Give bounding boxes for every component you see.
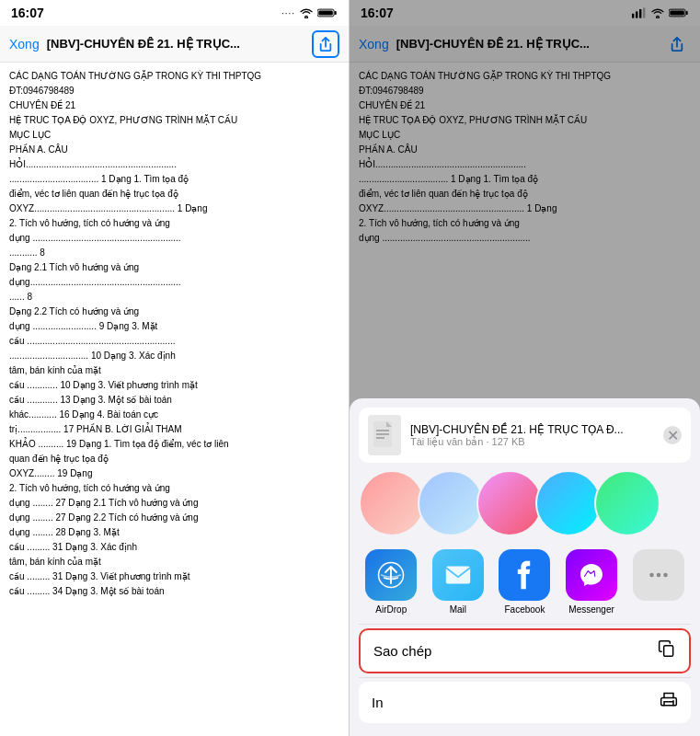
doc-line: HỆ TRUC TỌA ĐỘ OXYZ, PHƯƠNG TRÌNH MẶT CẦ…	[9, 114, 339, 127]
copy-action-row[interactable]: Sao chép	[359, 628, 691, 673]
doc-line: trị................. 17 PHẦN B. LỜI GIẢI…	[9, 423, 339, 436]
doc-line: dụng ........ 28 Dạng 3. Mặt	[9, 526, 339, 539]
doc-line: khác........... 16 Dạng 4. Bài toán cực	[9, 408, 339, 421]
doc-line: dụng ........ 27 Dạng 2.1 Tích vô hướng …	[9, 497, 339, 510]
doc-line: điểm, véc tơ liên quan đến hệ trục tọa đ…	[9, 188, 339, 201]
left-nav-bar: Xong [NBV]-CHUYÊN ĐỀ 21. HỆ TRỤC...	[0, 26, 349, 63]
avatar-1[interactable]	[359, 470, 425, 536]
airdrop-label: AirDrop	[375, 604, 407, 615]
doc-line: MỤC LỤC	[9, 129, 339, 142]
print-icon	[660, 691, 678, 714]
doc-line: dụng ........ 27 Dạng 2.2 Tích có hướng …	[9, 512, 339, 524]
doc-line: ........... 8	[9, 247, 339, 259]
share-sheet: [NBV]-CHUYÊN ĐỀ 21. HỆ TRỤC TỌA Đ... Tài…	[350, 398, 700, 736]
facebook-item[interactable]: Facebook	[492, 549, 557, 615]
doc-line: OXYZ........ 19 Dạng	[9, 467, 339, 480]
doc-line: OXYZ....................................…	[9, 202, 339, 215]
battery-icon	[317, 7, 338, 18]
left-panel: 16:07 ···· Xong [NBV]-CHUYÊN ĐỀ 21. HỆ T…	[0, 0, 350, 736]
doc-line: dụng ......................... 9 Dạng 3.…	[9, 320, 339, 333]
doc-line: CÁC DẠNG TOÁN THƯỜNG GẶP TRONG KỲ THI TH…	[9, 70, 339, 83]
left-status-bar: 16:07 ····	[0, 0, 349, 26]
avatar-4[interactable]	[535, 470, 602, 536]
file-info-bar: [NBV]-CHUYÊN ĐỀ 21. HỆ TRỤC TỌA Đ... Tài…	[359, 408, 691, 463]
copy-icon	[658, 639, 676, 662]
doc-line: ................................... 1 Dạ…	[9, 173, 339, 186]
doc-line: cầu ............ 13 Dạng 3. Một số bài t…	[9, 394, 339, 407]
messenger-label: Messenger	[568, 604, 614, 615]
doc-line: Dạng 2.1 Tích vô hướng và ứng	[9, 261, 339, 274]
svg-rect-1	[335, 11, 337, 15]
doc-line: cầu ......... 31 Dạng 3. Viết phương trì…	[9, 570, 339, 583]
avatar-3[interactable]	[476, 470, 543, 536]
left-nav-title: [NBV]-CHUYÊN ĐỀ 21. HỆ TRỤC...	[47, 37, 312, 51]
airdrop-item[interactable]: AirDrop	[359, 549, 424, 615]
left-back-button[interactable]: Xong	[9, 37, 40, 52]
svg-rect-19	[664, 646, 673, 657]
svg-point-18	[663, 573, 668, 578]
messenger-icon	[566, 549, 617, 601]
doc-line: cầu ....................................…	[9, 335, 339, 348]
right-panel: 16:07 Xong [NBV]-CHUYÊN ĐỀ 21. HỆ TRỤC..…	[350, 0, 700, 736]
avatar-row	[350, 463, 700, 544]
doc-line: cầu ............ 10 Dạng 3. Viết phương …	[9, 379, 339, 392]
doc-line: ĐT:0946798489	[9, 85, 339, 98]
avatar-5[interactable]	[594, 470, 660, 536]
svg-rect-2	[318, 10, 333, 15]
more-item[interactable]	[625, 549, 691, 615]
doc-line: PHẦN A. CÂU	[9, 144, 339, 156]
print-action-label: In	[372, 695, 384, 710]
airdrop-icon	[365, 549, 417, 601]
doc-line: HỎI.....................................…	[9, 158, 339, 171]
svg-point-21	[672, 700, 674, 702]
svg-rect-15	[446, 566, 470, 583]
doc-line: tâm, bán kính của mặt	[9, 364, 339, 377]
svg-point-16	[649, 573, 654, 578]
left-time: 16:07	[11, 6, 44, 20]
doc-line: dụng ...................................…	[9, 232, 339, 245]
doc-line: KHẢO .......... 19 Dạng 1. Tìm tọa độ đi…	[9, 438, 339, 451]
copy-action-label: Sao chép	[373, 643, 431, 659]
sheet-divider-2	[359, 677, 691, 678]
left-status-icons: ····	[281, 7, 338, 18]
messenger-item[interactable]: Messenger	[559, 549, 625, 615]
left-share-button[interactable]	[312, 30, 339, 58]
facebook-label: Facebook	[505, 604, 545, 615]
avatar-2[interactable]	[418, 470, 484, 536]
sheet-divider-1	[359, 624, 691, 625]
doc-line: 2. Tích vô hướng, tích có hướng và ứng	[9, 217, 339, 230]
print-action-row[interactable]: In	[359, 682, 691, 723]
more-icon	[633, 549, 684, 601]
file-close-button[interactable]: ✕	[663, 426, 682, 444]
app-icons-row: AirDrop Mail Facebook	[350, 544, 700, 620]
mail-label: Mail	[450, 604, 466, 615]
doc-line: cầu ......... 34 Dạng 3. Một số bài toán	[9, 585, 339, 598]
mail-item[interactable]: Mail	[426, 549, 491, 615]
doc-line: dụng....................................…	[9, 276, 339, 289]
doc-line: ............................... 10 Dạng …	[9, 350, 339, 362]
doc-line: ...... 8	[9, 291, 339, 304]
doc-line: quan đến hệ trục tọa độ	[9, 453, 339, 466]
wifi-icon	[299, 7, 314, 18]
doc-line: tâm, bán kính của mặt	[9, 556, 339, 569]
doc-line: cầu ......... 31 Dạng 3. Xác định	[9, 541, 339, 554]
doc-line: CHUYÊN ĐỀ 21	[9, 99, 339, 112]
facebook-icon	[499, 549, 550, 601]
file-meta: Tài liệu văn bản · 127 KB	[410, 436, 663, 448]
mail-icon	[432, 549, 484, 601]
file-name: [NBV]-CHUYÊN ĐỀ 21. HỆ TRỤC TỌA Đ...	[410, 423, 663, 436]
svg-point-17	[656, 573, 660, 578]
doc-line: 2. Tích vô hướng, tích có hướng và ứng	[9, 482, 339, 495]
file-info-text: [NBV]-CHUYÊN ĐỀ 21. HỆ TRỤC TỌA Đ... Tài…	[410, 423, 663, 448]
doc-line: Dạng 2.2 Tích có hướng và ứng	[9, 305, 339, 318]
left-doc-content: CÁC DẠNG TOÁN THƯỜNG GẶP TRONG KỲ THI TH…	[0, 63, 349, 736]
file-type-icon	[368, 415, 401, 455]
